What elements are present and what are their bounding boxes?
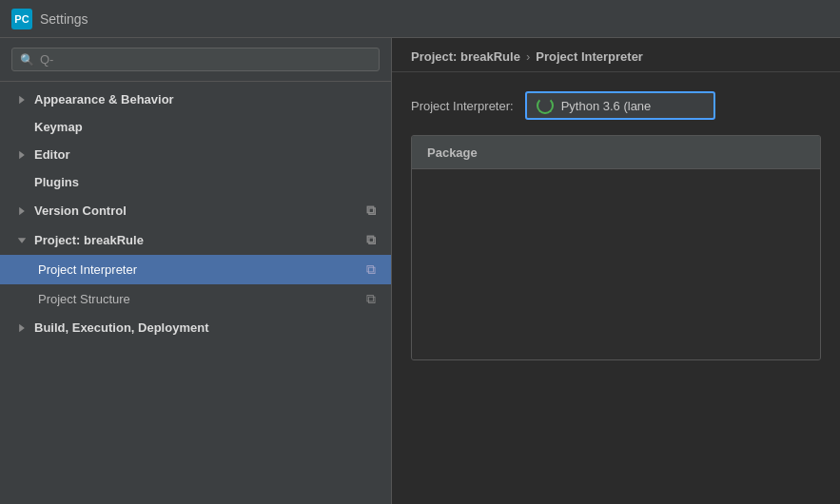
copy-icon: ⧉: [366, 203, 376, 219]
copy-icon: ⧉: [366, 291, 376, 307]
arrow-right-icon: [15, 321, 29, 335]
right-panel: Project: breakRule › Project Interpreter…: [392, 38, 840, 504]
interpreter-label: Project Interpreter:: [411, 99, 514, 113]
search-container: 🔍: [0, 38, 391, 82]
interpreter-row: Project Interpreter: Python 3.6 (lane: [411, 91, 821, 120]
interpreter-spinner-icon: [537, 97, 554, 114]
package-column-header: Package: [427, 145, 478, 160]
sidebar-item-version-control[interactable]: Version Control ⧉: [0, 196, 391, 225]
settings-title: Settings: [40, 11, 88, 27]
breadcrumb-current: Project Interpreter: [536, 49, 643, 64]
interpreter-name: Python 3.6 (lane: [561, 99, 652, 113]
sidebar-item-build-execution[interactable]: Build, Execution, Deployment: [0, 314, 391, 341]
breadcrumb-parent: Project: breakRule: [411, 49, 520, 64]
svg-marker-4: [19, 323, 25, 331]
copy-icon: ⧉: [366, 232, 376, 248]
arrow-right-icon: [15, 148, 29, 162]
sidebar: 🔍 Appearance & Behavior Keymap: [0, 38, 392, 504]
arrow-right-icon: [15, 204, 29, 218]
sidebar-item-keymap[interactable]: Keymap: [0, 113, 391, 141]
nav-list: Appearance & Behavior Keymap Editor Plug…: [0, 82, 391, 504]
app-icon: PC: [11, 9, 32, 29]
title-bar: PC Settings: [0, 0, 840, 38]
breadcrumb-bar: Project: breakRule › Project Interpreter: [392, 38, 840, 72]
svg-marker-2: [19, 206, 25, 214]
search-input-wrapper[interactable]: 🔍: [11, 48, 380, 71]
main-content: 🔍 Appearance & Behavior Keymap: [0, 38, 840, 504]
svg-marker-1: [19, 150, 25, 158]
breadcrumb-separator: ›: [526, 49, 530, 64]
copy-icon: ⧉: [366, 262, 376, 278]
svg-marker-0: [19, 95, 25, 103]
sidebar-item-project-structure[interactable]: Project Structure ⧉: [0, 284, 391, 314]
settings-content: Project Interpreter: Python 3.6 (lane Pa…: [392, 72, 840, 379]
interpreter-dropdown[interactable]: Python 3.6 (lane: [525, 91, 715, 120]
search-input[interactable]: [40, 52, 371, 67]
arrow-right-icon: [15, 93, 29, 107]
sidebar-item-project-breakrule[interactable]: Project: breakRule ⧉: [0, 225, 391, 255]
sidebar-item-project-interpreter[interactable]: Project Interpreter ⧉: [0, 255, 391, 284]
sidebar-item-editor[interactable]: Editor: [0, 141, 391, 168]
svg-marker-3: [18, 238, 26, 243]
arrow-down-icon: [15, 234, 29, 247]
packages-table: Package: [411, 135, 821, 360]
sidebar-item-appearance[interactable]: Appearance & Behavior: [0, 86, 391, 113]
search-icon: 🔍: [20, 53, 34, 67]
sidebar-item-plugins[interactable]: Plugins: [0, 168, 391, 196]
table-header: Package: [412, 136, 820, 169]
table-body: [412, 169, 820, 359]
